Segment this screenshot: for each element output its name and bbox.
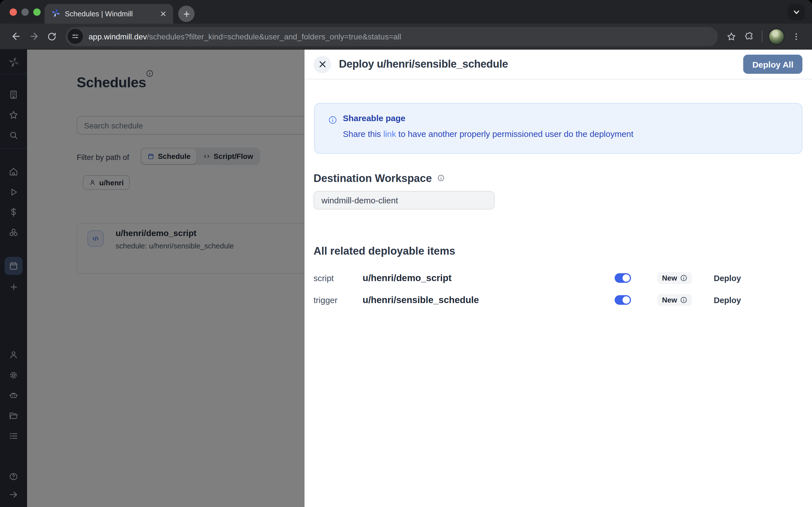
deployable-item-row: script u/henri/demo_script New Deploy [313,267,806,289]
share-link[interactable]: link [383,129,396,138]
infobox-body: Share this link to have another properly… [343,129,633,138]
item-kind: trigger [313,295,363,305]
item-kind: script [313,273,363,283]
site-settings-icon[interactable] [68,29,83,44]
windmill-favicon [51,8,60,19]
toggle-knob [622,296,630,304]
deployable-item-row: trigger u/henri/sensible_schedule New De… [313,289,806,311]
destination-workspace-label: Destination Workspace [313,172,432,185]
extensions-puzzle-icon[interactable] [741,27,758,45]
infobox-body-prefix: Share this [343,129,383,138]
drawer-close-button[interactable] [313,55,331,73]
drawer-title: Deploy u/henri/sensible_schedule [339,58,508,70]
close-icon [318,60,326,68]
profile-avatar[interactable] [768,28,785,45]
item-path: u/henri/demo_script [363,273,615,283]
browser-toolbar: app.windmill.dev/schedules?filter_kind=s… [0,24,812,50]
badge-info-icon[interactable] [680,274,687,282]
item-path: u/henri/sensible_schedule [363,295,615,305]
item-deploy-button[interactable]: Deploy [714,295,741,304]
badge-label: New [662,296,677,304]
browser-window: Schedules | Windmill [0,0,812,507]
tab-search-chevron-button[interactable] [788,4,805,20]
tab-strip: Schedules | Windmill [0,0,812,24]
address-bar[interactable]: app.windmill.dev/schedules?filter_kind=s… [65,27,718,46]
traffic-lights [10,8,41,16]
destination-info-icon[interactable] [437,172,445,185]
bookmark-star-icon[interactable] [722,27,741,45]
tab-title: Schedules | Windmill [65,10,153,18]
url-text: app.windmill.dev/schedules?filter_kind=s… [89,32,401,41]
toolbar-divider [762,31,762,42]
item-enable-toggle[interactable] [615,273,631,283]
minimize-window-button[interactable] [21,8,29,16]
drawer-header: Deploy u/henri/sensible_schedule Deploy … [305,50,812,79]
new-tab-button[interactable] [178,6,195,22]
tab-schedules[interactable]: Schedules | Windmill [45,4,173,24]
browser-menu-icon[interactable] [787,27,805,45]
screen: Schedules | Windmill [0,0,812,507]
item-enable-toggle[interactable] [615,295,631,305]
info-circle-icon [328,115,337,127]
infobox-body-suffix: to have another properly permissioned us… [396,129,633,138]
reload-button[interactable] [43,27,61,45]
deploy-all-button[interactable]: Deploy All [743,55,802,74]
item-status-badge: New [658,272,692,284]
url-domain: app.windmill.dev [89,32,147,41]
zoom-window-button[interactable] [33,8,41,16]
tab-close-icon[interactable] [158,9,168,19]
url-path: /schedules?filter_kind=schedule&user_and… [147,32,401,41]
deploy-drawer: Deploy u/henri/sensible_schedule Deploy … [305,50,812,507]
modal-overlay[interactable] [0,50,305,507]
deployable-items-heading: All related deployable items [313,245,455,258]
destination-workspace-input[interactable] [313,191,495,210]
back-button[interactable] [7,27,25,45]
deployable-items-list: script u/henri/demo_script New Deploy tr… [313,267,806,311]
item-status-badge: New [658,294,692,306]
app-viewport: Schedules Filter by path of Schedule Scr… [0,50,812,507]
toggle-knob [622,274,630,282]
infobox-title: Shareable page [343,113,405,123]
close-window-button[interactable] [10,8,17,16]
forward-button[interactable] [25,27,43,45]
badge-label: New [662,274,677,282]
badge-info-icon[interactable] [680,296,687,304]
destination-workspace-heading: Destination Workspace [313,172,445,185]
shareable-page-infobox: Shareable page Share this link to have a… [314,103,802,154]
item-deploy-button[interactable]: Deploy [714,274,741,283]
